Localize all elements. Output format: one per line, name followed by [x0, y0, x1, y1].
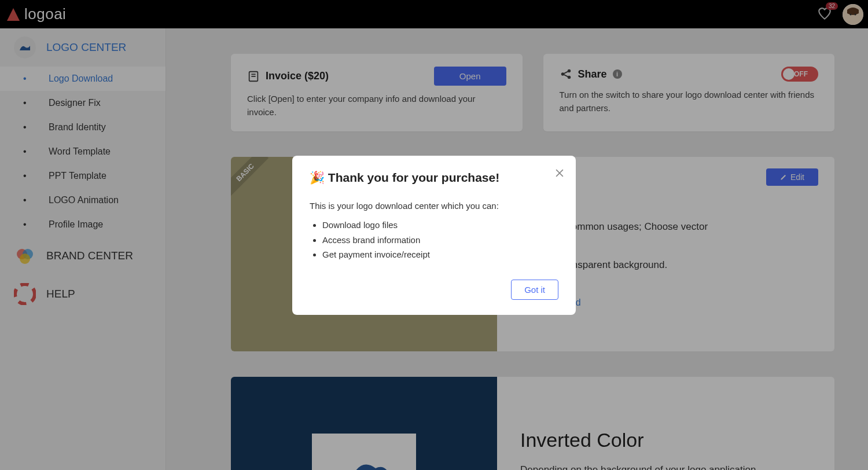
modal-title: 🎉 Thank you for your purchase!	[310, 171, 558, 185]
modal-body: This is your logo download center which …	[310, 199, 558, 262]
modal-bullet: Download logo files	[322, 218, 558, 233]
modal-footer: Got it	[310, 280, 558, 300]
modal-overlay: 🎉 Thank you for your purchase! This is y…	[0, 0, 868, 470]
thank-you-modal: 🎉 Thank you for your purchase! This is y…	[292, 156, 576, 315]
modal-bullet: Get payment invoice/receipt	[322, 247, 558, 262]
modal-intro: This is your logo download center which …	[310, 199, 558, 214]
got-it-button[interactable]: Got it	[511, 280, 558, 300]
close-button[interactable]	[554, 165, 565, 183]
close-icon	[554, 167, 565, 179]
modal-bullet: Access brand information	[322, 233, 558, 248]
modal-bullets: Download logo files Access brand informa…	[322, 218, 558, 262]
